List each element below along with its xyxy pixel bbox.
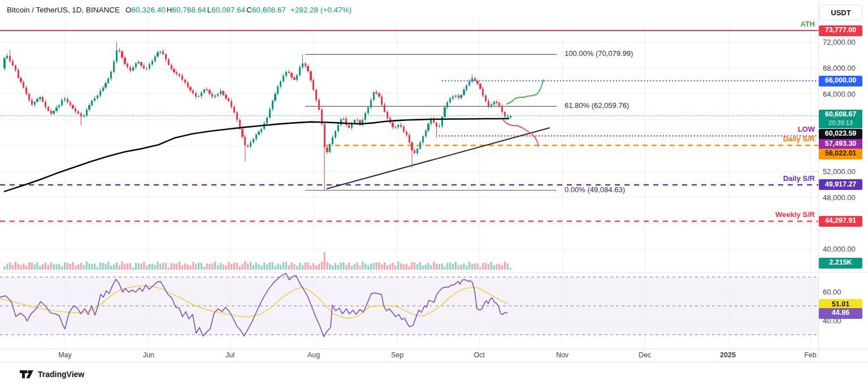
candle-body — [416, 149, 418, 153]
volume-bar — [12, 265, 14, 270]
axis-label: 60.00 — [823, 287, 841, 296]
candle-body — [75, 109, 76, 111]
candle-body — [107, 79, 109, 83]
volume-bar — [318, 264, 320, 270]
time-axis-label-may: May — [58, 351, 72, 359]
candle-body — [149, 64, 150, 68]
candle-body — [370, 100, 372, 108]
volume-bar — [411, 262, 413, 270]
volume-bar — [479, 267, 481, 270]
ohlc-l: L60,087.64 — [207, 6, 245, 14]
candle-body — [228, 98, 229, 101]
volume-bar — [474, 263, 476, 270]
volume-bar — [149, 264, 150, 270]
time-axis-label-2025: 2025 — [720, 351, 736, 359]
volume-bar — [370, 263, 372, 270]
volume-bar — [427, 263, 429, 270]
candle-body — [302, 63, 303, 67]
candle-body — [209, 90, 210, 94]
volume-bar — [498, 264, 500, 270]
candle-body — [192, 90, 194, 93]
currency-toggle-button[interactable]: USDT — [819, 5, 862, 20]
candle-body — [266, 118, 268, 123]
volume-bar — [288, 265, 290, 270]
candle-body — [364, 113, 366, 119]
currency-toggle-label: USDT — [831, 8, 850, 17]
candle-body — [345, 119, 347, 125]
time-axis-label-jun: Jun — [143, 351, 154, 359]
volume-bar — [107, 262, 109, 270]
candle-body — [460, 95, 462, 98]
candle-body — [427, 124, 429, 131]
candle-body — [70, 102, 71, 105]
candle-body — [124, 58, 125, 63]
symbol-title[interactable]: Bitcoin / TetherUS, 1D, BINANCE — [7, 6, 120, 14]
candle-body — [315, 90, 317, 100]
volume-bar — [359, 265, 361, 270]
candle-body — [187, 83, 189, 87]
fib-618-label[interactable]: 61.80% (62,059.76) — [565, 101, 629, 110]
candle-body — [176, 72, 177, 74]
volume-bar — [253, 265, 254, 270]
volume-bar — [378, 262, 380, 270]
volume-bar — [140, 263, 142, 270]
candle-body — [105, 83, 106, 88]
candle-body — [184, 80, 186, 83]
candle-body — [272, 101, 274, 109]
candle-body — [151, 61, 153, 64]
candle-body — [132, 67, 134, 70]
candle-body — [419, 142, 421, 149]
volume-bar — [244, 261, 246, 270]
volume-bar — [97, 267, 98, 270]
volume-bar — [28, 262, 30, 270]
volume-bar — [272, 262, 274, 270]
volume-bar — [416, 264, 418, 270]
volume-bar — [171, 263, 172, 270]
candle-body — [425, 131, 427, 136]
volume-bar — [110, 266, 112, 270]
volume-bar — [329, 263, 331, 270]
candle-body — [367, 107, 369, 113]
candle-body — [313, 80, 314, 89]
volume-bar — [236, 262, 238, 270]
candle-body — [15, 66, 16, 70]
fib-0-label[interactable]: 0.00% (49,084.63) — [565, 185, 625, 194]
volume-bar — [493, 265, 495, 270]
volume-bar — [324, 252, 326, 270]
axis-label: 40,000.00 — [823, 245, 856, 253]
candle-body — [335, 131, 336, 137]
volume-bar — [392, 262, 393, 270]
volume-bar — [381, 265, 383, 270]
candle-body — [159, 51, 161, 53]
volume-bar — [466, 265, 467, 270]
volume-bar — [290, 262, 292, 270]
candle-body — [72, 105, 73, 109]
volume-bar — [299, 263, 301, 270]
volume-bar — [176, 263, 177, 270]
volume-bar — [15, 262, 16, 270]
volume-bar — [181, 265, 183, 270]
candle-body — [18, 70, 19, 78]
volume-bar — [247, 263, 249, 270]
tradingview-logo[interactable]: TradingView — [19, 369, 84, 379]
ohlc-c: C60,608.67 — [246, 6, 286, 14]
volume-bar — [507, 263, 509, 270]
candle-body — [247, 145, 249, 146]
candle-body — [485, 96, 487, 101]
candle-body — [397, 125, 399, 128]
candle-body — [88, 105, 90, 110]
volume-bar — [389, 264, 391, 270]
volume-bar — [354, 264, 355, 270]
volume-bar — [315, 265, 317, 270]
volume-bar — [460, 265, 462, 270]
volume-bar — [305, 262, 306, 270]
chart-canvas[interactable] — [0, 0, 868, 385]
fib-100-label[interactable]: 100.00% (70,079.99) — [565, 49, 633, 58]
candle-body — [121, 51, 123, 58]
volume-bar — [86, 262, 88, 270]
candle-body — [318, 100, 320, 110]
candle-body — [296, 75, 298, 80]
volume-bar — [45, 263, 46, 270]
candle-body — [452, 97, 454, 98]
volume-bar — [201, 263, 202, 270]
